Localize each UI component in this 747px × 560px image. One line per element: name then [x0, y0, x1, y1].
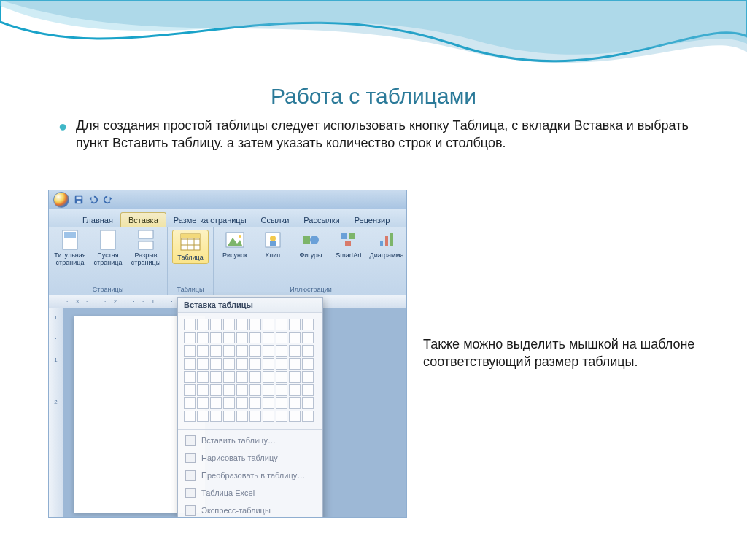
- grid-cell[interactable]: [236, 319, 248, 330]
- grid-cell[interactable]: [210, 411, 222, 422]
- grid-cell[interactable]: [197, 345, 209, 357]
- grid-cell[interactable]: [263, 332, 274, 343]
- grid-cell[interactable]: [276, 345, 287, 357]
- grid-cell[interactable]: [210, 358, 222, 370]
- blank-page-button[interactable]: Пустая страница: [91, 230, 125, 267]
- grid-cell[interactable]: [289, 332, 301, 343]
- grid-cell[interactable]: [276, 319, 287, 330]
- grid-cell[interactable]: [184, 397, 196, 409]
- grid-cell[interactable]: [210, 371, 222, 383]
- menu-excel-table[interactable]: Таблица Excel: [178, 484, 322, 502]
- grid-cell[interactable]: [249, 319, 261, 330]
- grid-cell[interactable]: [197, 332, 209, 343]
- grid-cell[interactable]: [223, 371, 235, 383]
- redo-icon[interactable]: [103, 195, 113, 205]
- grid-cell[interactable]: [289, 397, 301, 409]
- grid-cell[interactable]: [236, 411, 248, 422]
- tab-mailings[interactable]: Рассылки: [296, 213, 347, 227]
- grid-cell[interactable]: [302, 358, 314, 370]
- grid-cell[interactable]: [236, 371, 248, 383]
- grid-cell[interactable]: [289, 411, 301, 422]
- tab-references[interactable]: Ссылки: [254, 213, 297, 227]
- grid-cell[interactable]: [276, 371, 287, 383]
- grid-cell[interactable]: [289, 358, 301, 370]
- grid-cell[interactable]: [302, 345, 314, 357]
- grid-cell[interactable]: [236, 358, 248, 370]
- grid-cell[interactable]: [197, 384, 209, 396]
- grid-cell[interactable]: [197, 397, 209, 409]
- grid-cell[interactable]: [276, 384, 287, 396]
- menu-quick-tables[interactable]: Экспресс-таблицы: [178, 502, 322, 518]
- grid-cell[interactable]: [223, 384, 235, 396]
- tab-review[interactable]: Рецензир: [347, 213, 398, 227]
- grid-cell[interactable]: [289, 319, 301, 330]
- grid-cell[interactable]: [184, 384, 196, 396]
- grid-cell[interactable]: [184, 371, 196, 383]
- grid-cell[interactable]: [223, 358, 235, 370]
- grid-cell[interactable]: [184, 358, 196, 370]
- menu-convert-table[interactable]: Преобразовать в таблицу…: [178, 467, 322, 484]
- grid-cell[interactable]: [223, 345, 235, 357]
- grid-cell[interactable]: [302, 332, 314, 343]
- grid-cell[interactable]: [263, 358, 274, 370]
- office-button[interactable]: [53, 192, 69, 208]
- table-button[interactable]: Таблица: [172, 230, 209, 264]
- grid-cell[interactable]: [289, 384, 301, 396]
- grid-cell[interactable]: [197, 358, 209, 370]
- grid-cell[interactable]: [236, 384, 248, 396]
- menu-draw-table[interactable]: Нарисовать таблицу: [178, 449, 322, 467]
- grid-cell[interactable]: [223, 411, 235, 422]
- grid-cell[interactable]: [210, 332, 222, 343]
- grid-cell[interactable]: [210, 345, 222, 357]
- grid-cell[interactable]: [210, 384, 222, 396]
- grid-cell[interactable]: [289, 345, 301, 357]
- grid-cell[interactable]: [276, 358, 287, 370]
- menu-insert-table[interactable]: Вставить таблицу…: [178, 432, 322, 449]
- grid-cell[interactable]: [249, 371, 261, 383]
- grid-cell[interactable]: [223, 397, 235, 409]
- grid-cell[interactable]: [236, 345, 248, 357]
- grid-cell[interactable]: [302, 384, 314, 396]
- grid-cell[interactable]: [223, 332, 235, 343]
- grid-cell[interactable]: [276, 411, 287, 422]
- grid-cell[interactable]: [276, 332, 287, 343]
- grid-cell[interactable]: [249, 345, 261, 357]
- grid-cell[interactable]: [249, 358, 261, 370]
- grid-cell[interactable]: [236, 332, 248, 343]
- tab-layout[interactable]: Разметка страницы: [166, 213, 254, 227]
- grid-cell[interactable]: [223, 319, 235, 330]
- grid-cell[interactable]: [263, 371, 274, 383]
- clip-button[interactable]: Клип: [256, 230, 290, 260]
- grid-cell[interactable]: [249, 411, 261, 422]
- undo-icon[interactable]: [88, 195, 98, 205]
- page-break-button[interactable]: Разрыв страницы: [129, 230, 163, 267]
- tab-insert[interactable]: Вставка: [120, 212, 166, 227]
- grid-cell[interactable]: [263, 384, 274, 396]
- grid-cell[interactable]: [302, 371, 314, 383]
- picture-button[interactable]: Рисунок: [218, 230, 252, 260]
- grid-cell[interactable]: [249, 332, 261, 343]
- grid-cell[interactable]: [249, 384, 261, 396]
- grid-cell[interactable]: [184, 345, 196, 357]
- tab-home[interactable]: Главная: [75, 213, 120, 227]
- grid-cell[interactable]: [302, 411, 314, 422]
- grid-cell[interactable]: [197, 319, 209, 330]
- insert-table-grid[interactable]: [178, 313, 322, 428]
- grid-cell[interactable]: [210, 397, 222, 409]
- grid-cell[interactable]: [197, 371, 209, 383]
- grid-cell[interactable]: [210, 319, 222, 330]
- grid-cell[interactable]: [302, 319, 314, 330]
- grid-cell[interactable]: [263, 411, 274, 422]
- grid-cell[interactable]: [302, 397, 314, 409]
- grid-cell[interactable]: [197, 411, 209, 422]
- smartart-button[interactable]: SmartArt: [332, 230, 365, 260]
- save-icon[interactable]: [74, 195, 84, 205]
- grid-cell[interactable]: [184, 319, 196, 330]
- grid-cell[interactable]: [263, 319, 274, 330]
- chart-button[interactable]: Диаграмма: [370, 230, 403, 260]
- grid-cell[interactable]: [263, 397, 274, 409]
- grid-cell[interactable]: [276, 397, 287, 409]
- cover-page-button[interactable]: Титульная страница: [53, 230, 87, 267]
- shapes-button[interactable]: Фигуры: [294, 230, 328, 260]
- grid-cell[interactable]: [236, 397, 248, 409]
